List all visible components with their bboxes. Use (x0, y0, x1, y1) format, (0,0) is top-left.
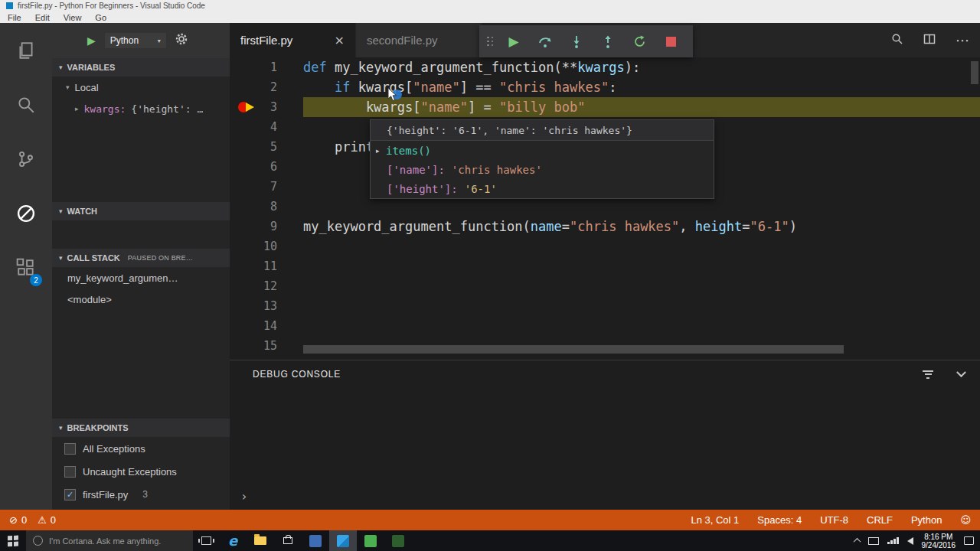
warning-icon: ⚠ (38, 514, 47, 526)
search-icon[interactable] (0, 77, 52, 132)
step-into-button[interactable] (561, 25, 593, 57)
console-input-prompt[interactable]: › (240, 489, 248, 504)
menu-edit[interactable]: Edit (35, 13, 50, 22)
action-center-icon[interactable] (964, 536, 974, 545)
explorer-icon[interactable] (0, 23, 52, 77)
taskbar-app[interactable] (357, 530, 384, 551)
task-view-button[interactable] (193, 530, 219, 551)
expander-icon[interactable]: ▸ (376, 147, 386, 155)
search-editor-icon[interactable] (891, 33, 903, 48)
checkbox[interactable] (64, 443, 76, 455)
call-stack-frame[interactable]: <module> (52, 289, 230, 310)
configure-gear-icon[interactable] (175, 33, 188, 48)
code-line-10[interactable]: 10 (230, 236, 980, 256)
stop-button[interactable] (655, 25, 687, 57)
hover-items-label: items() (386, 145, 431, 157)
code-line-14[interactable]: 14 (230, 316, 980, 336)
more-actions-icon[interactable]: ⋯ (956, 37, 969, 44)
code-line-8[interactable]: 8 (230, 197, 980, 217)
checkbox[interactable]: ✓ (64, 489, 76, 500)
code-line-13[interactable]: 13 (230, 296, 980, 316)
problems-errors[interactable]: ⊘ 0 (9, 514, 27, 526)
debug-toolbar: ▶ (479, 25, 693, 57)
menu-view[interactable]: View (64, 13, 82, 22)
display-icon[interactable] (868, 537, 879, 545)
extensions-icon[interactable]: 2 (0, 240, 52, 295)
chevron-down-icon: ▾ (158, 37, 161, 44)
restart-button[interactable] (624, 25, 655, 57)
start-debug-button[interactable]: ▶ (87, 34, 96, 47)
tab-bar: firstFile.py×secondFile.py ⋯ ▶ (230, 23, 980, 57)
taskbar-store[interactable] (274, 530, 302, 551)
taskbar-app[interactable] (384, 530, 412, 551)
horizontal-scrollbar[interactable] (303, 345, 844, 354)
hover-name-row[interactable]: ['name']: 'chris hawkes' (371, 160, 714, 179)
feedback-smiley-icon[interactable]: ☺ (960, 514, 971, 526)
checkbox[interactable] (64, 466, 76, 478)
breakpoint-row[interactable]: ✓firstFile.py3 (52, 483, 230, 506)
variables-section-title: VARIABLES (67, 63, 116, 72)
show-hidden-icons-chevron[interactable] (854, 538, 861, 546)
variable-kwargs[interactable]: ▸ kwargs: {'height': … (52, 98, 230, 119)
hover-height-row[interactable]: ['height']: '6-1' (371, 179, 714, 198)
breakpoint-row[interactable]: Uncaught Exceptions (52, 460, 230, 483)
start-button[interactable] (0, 530, 26, 551)
cortana-search[interactable]: I'm Cortana. Ask me anything. (26, 530, 193, 551)
menu-file[interactable]: File (8, 13, 21, 22)
code-line-9[interactable]: 9my_keyword_argument_function(name="chri… (230, 217, 980, 236)
scope-local[interactable]: ▾ Local (52, 77, 230, 98)
source-control-icon[interactable] (0, 132, 52, 186)
encoding[interactable]: UTF-8 (820, 514, 848, 526)
chevron-icon: ▾ (59, 64, 63, 71)
watch-section-header[interactable]: ▾ WATCH (52, 202, 230, 220)
volume-icon[interactable] (907, 537, 913, 545)
taskbar-file-explorer[interactable] (247, 530, 274, 551)
code-line-2[interactable]: 2 if kwargs["name"] == "chris hawkes": (230, 77, 980, 97)
tab-label: firstFile.py (240, 34, 328, 47)
debug-icon[interactable] (0, 186, 52, 240)
step-over-button[interactable] (530, 25, 561, 57)
code-line-3[interactable]: 3 kwargs["name"] = "billy bob" (230, 97, 980, 117)
line-number: 10 (230, 240, 277, 253)
call-stack-section-header[interactable]: ▾ CALL STACK PAUSED ON BRE… (52, 249, 230, 267)
tab-debug-console[interactable]: DEBUG CONSOLE (253, 369, 341, 380)
hover-key: ['height']: (387, 183, 458, 195)
code-line-1[interactable]: 1def my_keyword_argument_function(**kwar… (230, 57, 980, 77)
tab-firstFile.py[interactable]: firstFile.py× (230, 23, 356, 57)
collapse-panel-icon[interactable] (956, 367, 966, 377)
hover-items-row[interactable]: ▸ items() (371, 141, 714, 160)
eol-sequence[interactable]: CRLF (867, 514, 893, 526)
breakpoint-row[interactable]: All Exceptions (52, 437, 230, 460)
breakpoints-section-header[interactable]: ▾ BREAKPOINTS (52, 419, 230, 437)
launch-config-dropdown[interactable]: Python ▾ (104, 32, 167, 49)
expander-icon: ▸ (75, 105, 79, 112)
line-number: 14 (230, 319, 277, 333)
call-stack-frame[interactable]: my_keyword_argumen… (52, 267, 230, 289)
hover-key: ['name']: (387, 164, 445, 176)
taskbar-app[interactable] (302, 530, 329, 551)
indentation[interactable]: Spaces: 4 (757, 514, 802, 526)
drag-handle-icon[interactable] (487, 37, 494, 47)
menu-go[interactable]: Go (95, 13, 106, 22)
filter-icon[interactable] (923, 370, 933, 379)
code-line-11[interactable]: 11 (230, 256, 980, 276)
variable-value: {'height': … (131, 103, 203, 115)
problems-warnings[interactable]: ⚠ 0 (38, 514, 56, 526)
tab-secondFile.py[interactable]: secondFile.py (356, 23, 482, 57)
code-line-12[interactable]: 12 (230, 276, 980, 296)
variables-section-header[interactable]: ▾ VARIABLES (52, 58, 230, 77)
language-mode[interactable]: Python (911, 514, 942, 526)
code-editor[interactable]: 1def my_keyword_argument_function(**kwar… (230, 57, 980, 360)
clock-time: 8:16 PM (922, 533, 956, 541)
split-editor-icon[interactable] (923, 33, 936, 48)
vertical-scrollbar[interactable] (971, 61, 978, 84)
close-icon[interactable]: × (335, 33, 345, 47)
taskbar-clock[interactable]: 8:16 PM 9/24/2016 (922, 533, 956, 549)
taskbar-vscode[interactable] (329, 530, 357, 551)
network-icon[interactable] (887, 537, 899, 544)
continue-button[interactable]: ▶ (498, 25, 530, 57)
cursor-position[interactable]: Ln 3, Col 1 (691, 514, 739, 526)
step-out-button[interactable] (593, 25, 624, 57)
taskbar-edge[interactable]: e (219, 530, 247, 551)
windows-logo-icon (8, 535, 18, 546)
